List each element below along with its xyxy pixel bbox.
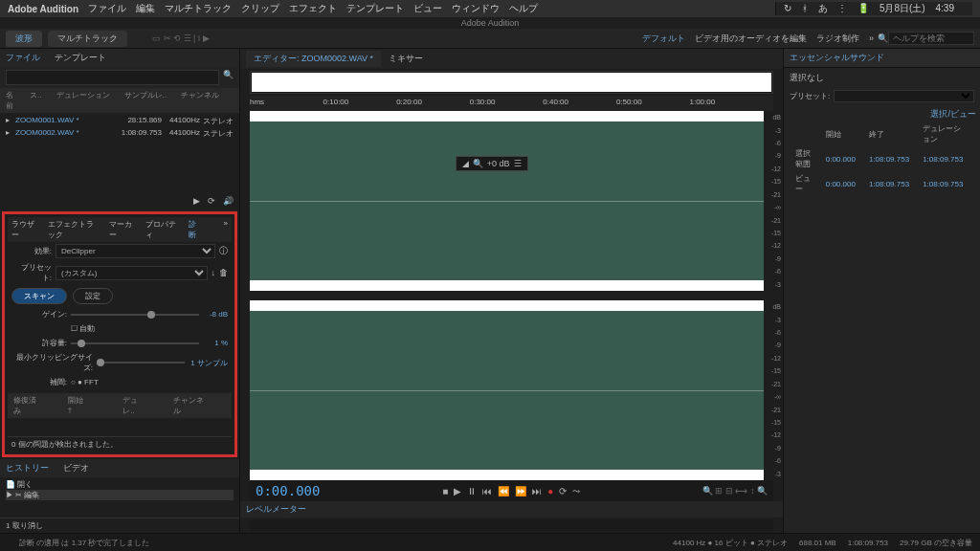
minclip-label: 最小クリッピングサイズ: [11, 352, 93, 373]
delete-preset-icon[interactable]: 🗑 [219, 268, 228, 277]
file-row[interactable]: ▸ ZOOM0001.WAV * 28:15.869 44100Hz ステレオ [0, 115, 239, 127]
interp-label: 補間: [11, 377, 67, 387]
selection-table: 開始終了デュレーション 選択範囲0:00.0001:08:09.7531:08:… [788, 121, 976, 197]
toolbar-icons[interactable]: ▭ ✂ ⟲ ☰ | I ▶ [152, 33, 210, 43]
play-button[interactable]: ▶ [454, 486, 461, 496]
tab-diagnostics[interactable]: 診断 [189, 219, 201, 240]
level-meter-title: レベルメーター [240, 501, 783, 518]
col-ch[interactable]: チャンネル [181, 90, 219, 111]
tab-fxrack[interactable]: エフェクトラック [48, 219, 98, 240]
bluetooth-icon[interactable]: ᚼ [802, 3, 808, 13]
date[interactable]: 5月8日(土) [880, 3, 925, 13]
app-name[interactable]: Adobe Audition [8, 4, 78, 14]
tab-markers[interactable]: マーカー [109, 219, 134, 240]
info-icon[interactable]: ⓘ [219, 245, 228, 257]
battery-icon[interactable]: 🔋 [858, 3, 869, 13]
waveform-ch1[interactable]: ◢🔍+0 dB☰ dB-3-6-9-12-15-21-∞-21-15-12-9-… [250, 111, 764, 291]
menu-multitrack[interactable]: マルチトラック [165, 2, 232, 15]
play-icon[interactable]: ▶ [193, 196, 200, 206]
stop-button[interactable]: ■ [442, 486, 448, 496]
preset-select[interactable]: (カスタム) [56, 266, 208, 280]
col-status[interactable]: ス.. [30, 90, 41, 111]
time[interactable]: 4:39 [935, 3, 953, 13]
menu-view[interactable]: ビュー [413, 2, 442, 15]
status-disk: 29.79 GB の空き容量 [900, 538, 972, 548]
hud-overlay[interactable]: ◢🔍+0 dB☰ [456, 156, 528, 171]
ess-preset-label: プリセット: [790, 91, 830, 101]
scan-button[interactable]: スキャン [11, 288, 67, 304]
tab-waveform[interactable]: 波形 [6, 31, 42, 47]
effect-select[interactable]: DeClipper [56, 244, 215, 258]
diagnostics-panel: ラウザー エフェクトラック マーカー プロパティ 診断 » 効果:DeClipp… [2, 211, 237, 457]
level-meter [250, 519, 773, 531]
speaker-icon[interactable]: 🔊 [223, 196, 234, 206]
diag-status: 0 個の問題が検出されました。 [8, 436, 232, 452]
search-icon[interactable]: 🔍 [223, 70, 234, 85]
col-dur[interactable]: デュレーション [56, 90, 110, 111]
record-button[interactable]: ● [547, 486, 553, 496]
editor-tab[interactable]: エディター: ZOOM0002.WAV * [246, 51, 381, 67]
mixer-tab[interactable]: ミキサー [381, 51, 431, 67]
col-name[interactable]: 名前 [6, 90, 15, 111]
settings-button[interactable]: 設定 [73, 288, 113, 304]
loop-icon[interactable]: ⟳ [208, 196, 215, 206]
ess-nosel: 選択なし [784, 68, 980, 88]
col-sr[interactable]: サンプルレ.. [124, 90, 167, 111]
ess-preset-select[interactable] [834, 90, 974, 102]
status-dur: 1:08:09.753 [848, 539, 888, 547]
menu-template[interactable]: テンプレート [346, 2, 404, 15]
menu-effect[interactable]: エフェクト [289, 2, 337, 15]
undo-count: 1 取り消し [0, 518, 239, 533]
tab-video[interactable]: ビデオ [63, 462, 89, 474]
wifi-icon[interactable]: ⋮ [837, 3, 847, 13]
sel-title: 選択/ビュー [788, 108, 976, 121]
tab-templates[interactable]: テンプレート [55, 52, 106, 64]
tab-properties[interactable]: プロパティ [145, 219, 177, 240]
workspace-radio[interactable]: ラジオ制作 [816, 33, 859, 45]
menu-edit[interactable]: 編集 [136, 2, 155, 15]
file-row[interactable]: ▸ ZOOM0002.WAV * 1:08:09.753 44100Hz ステレ… [0, 127, 239, 140]
pause-button[interactable]: ⏸ [467, 486, 477, 496]
skip-button[interactable]: ⤳ [572, 486, 580, 496]
status-bar: 診断 の適用 は 1.37 秒で完了しました 44100 Hz ● 16 ビット… [0, 533, 980, 551]
preset-label: プリセット: [11, 262, 52, 283]
mac-menubar: Adobe Audition ファイル 編集 マルチトラック クリップ エフェク… [0, 0, 980, 17]
menu-window[interactable]: ウィンドウ [452, 2, 500, 15]
menu-clip[interactable]: クリップ [241, 2, 279, 15]
end-button[interactable]: ⏭ [532, 486, 542, 496]
ess-title: エッセンシャルサウンド [790, 52, 884, 64]
gain-label: ゲイン: [11, 309, 67, 320]
effect-label: 効果: [11, 246, 52, 256]
tab-browser[interactable]: ラウザー [11, 219, 36, 240]
tab-multitrack[interactable]: マルチトラック [48, 31, 127, 47]
menu-file[interactable]: ファイル [88, 2, 126, 15]
tol-label: 許容量: [11, 338, 67, 348]
input-icon[interactable]: あ [818, 3, 828, 13]
col-repaired: 修復済み [13, 395, 44, 416]
gain-slider[interactable] [71, 314, 199, 316]
toolbar: 波形 マルチトラック ▭ ✂ ⟲ ☰ | I ▶ デフォルト ビデオ用のオーディ… [0, 29, 980, 49]
loop-button[interactable]: ⟳ [559, 486, 567, 496]
help-search[interactable] [888, 32, 974, 45]
sync-icon[interactable]: ↻ [784, 3, 791, 13]
save-preset-icon[interactable]: ↓ [212, 268, 216, 277]
history-open[interactable]: 📄 開く [6, 479, 234, 490]
transport-controls: ■ ▶ ⏸ ⏮ ⏪ ⏩ ⏭ ● ⟳ ⤳ [320, 486, 702, 496]
workspace-default[interactable]: デフォルト [642, 33, 685, 45]
window-title: Adobe Audition [0, 17, 980, 29]
timeline-ruler[interactable]: hms 0:10:00 0:20:00 0:30:00 0:40:00 0:50… [250, 96, 773, 111]
minclip-slider[interactable] [97, 362, 185, 364]
overview[interactable] [250, 71, 773, 94]
menu-help[interactable]: ヘルプ [509, 2, 538, 15]
file-search[interactable] [6, 70, 219, 85]
tol-slider[interactable] [71, 342, 199, 344]
tab-history[interactable]: ヒストリー [6, 462, 49, 474]
waveform-ch2[interactable]: dB-3-6-9-12-15-21-∞-21-15-12-9-6-3 [250, 300, 764, 480]
ff-button[interactable]: ⏩ [515, 486, 526, 496]
status-sr: 44100 Hz ● 16 ビット ● ステレオ [673, 538, 788, 548]
history-edit[interactable]: ▶ ✂ 編集 [6, 490, 234, 500]
rw-button[interactable]: ⏪ [498, 486, 509, 496]
tab-files[interactable]: ファイル [6, 52, 40, 64]
workspace-video[interactable]: ビデオ用のオーディオを編集 [695, 33, 807, 45]
rewind-button[interactable]: ⏮ [482, 486, 492, 496]
